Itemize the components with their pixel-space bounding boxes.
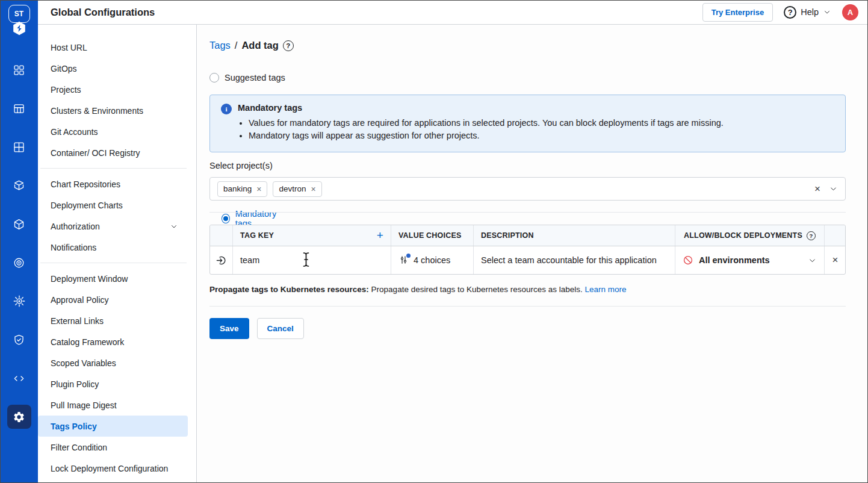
learn-more-link[interactable]: Learn more	[585, 285, 627, 294]
nav-item-pull-image-digest[interactable]: Pull Image Digest	[38, 394, 188, 416]
project-multiselect[interactable]: banking × devtron × ×	[209, 177, 846, 201]
apps-grid-icon[interactable]	[7, 58, 31, 82]
propagate-note: Propagate tags to Kubernetes resources: …	[209, 285, 627, 294]
nav-item-external-links[interactable]: External Links	[38, 310, 188, 331]
cube-icon[interactable]	[7, 212, 31, 236]
radio-suggested-label: Suggested tags	[225, 73, 285, 83]
cancel-button[interactable]: Cancel	[257, 318, 304, 339]
security-shield-icon[interactable]	[7, 328, 31, 352]
cluster-sun-icon[interactable]	[7, 289, 31, 313]
header-tag-key: TAG KEY +	[232, 225, 391, 246]
table-header-row: TAG KEY + VALUE CHOICES DESCRIPTION ALLO…	[210, 225, 845, 246]
try-enterprise-button[interactable]: Try Enterprise	[702, 3, 773, 22]
divider	[209, 212, 846, 213]
bullseye-target-icon[interactable]	[7, 251, 31, 275]
config-nav-panel: Host URL GitOps Projects Clusters & Envi…	[38, 25, 197, 483]
nav-item-gitops[interactable]: GitOps	[38, 58, 188, 79]
info-box-title: Mandatory tags	[238, 103, 302, 113]
divider	[209, 306, 846, 307]
save-button[interactable]: Save	[209, 318, 249, 339]
breadcrumb-tags-link[interactable]: Tags	[209, 40, 231, 51]
global-config-gear-icon[interactable]	[7, 405, 31, 429]
icon-sidebar: ST	[0, 0, 38, 483]
tag-row: team 4 choices Select a team accountable…	[210, 246, 845, 274]
remove-chip-icon[interactable]: ×	[256, 184, 261, 194]
tag-key-input[interactable]: team	[232, 246, 391, 274]
nav-item-notifications[interactable]: Notifications	[38, 237, 188, 258]
chevron-down-icon	[170, 222, 178, 231]
page-title: Global Configurations	[51, 7, 155, 18]
add-tag-row-button[interactable]: +	[377, 229, 383, 242]
nav-divider	[40, 263, 187, 263]
devtron-hexagon-icon	[11, 20, 27, 39]
nav-item-clusters-environments[interactable]: Clusters & Environments	[38, 100, 188, 121]
nav-item-projects[interactable]: Projects	[38, 79, 188, 100]
tags-help-icon[interactable]: ?	[283, 40, 294, 51]
remove-chip-icon[interactable]: ×	[311, 184, 316, 194]
nav-item-approval-policy[interactable]: Approval Policy	[38, 289, 188, 310]
tags-table: TAG KEY + VALUE CHOICES DESCRIPTION ALLO…	[209, 225, 846, 275]
header-description: DESCRIPTION	[473, 225, 675, 246]
nav-item-plugin-policy[interactable]: Plugin Policy	[38, 373, 188, 394]
help-label: Help	[801, 7, 819, 17]
header-remove-spacer	[824, 225, 846, 246]
text-cursor-icon	[301, 251, 311, 270]
info-bullet: Mandatory tags will appear as suggestion…	[249, 131, 835, 140]
info-icon: i	[221, 104, 232, 114]
breadcrumb: Tags / Add tag ?	[209, 40, 294, 51]
block-no-entry-icon	[683, 255, 693, 266]
mandatory-tags-info-box: i Mandatory tags Values for mandatory ta…	[209, 95, 846, 152]
chevron-down-icon	[823, 8, 831, 16]
radio-suggested-tags[interactable]: Suggested tags	[209, 73, 285, 83]
allow-block-help-icon[interactable]: ?	[807, 231, 816, 240]
header-allow-block: ALLOW/BLOCK DEPLOYMENTS ?	[675, 225, 824, 246]
avatar[interactable]: A	[842, 4, 858, 20]
clear-all-icon[interactable]: ×	[814, 183, 820, 195]
nav-item-chart-repositories[interactable]: Chart Repositories	[38, 173, 188, 195]
nav-item-deployment-charts[interactable]: Deployment Charts	[38, 195, 188, 216]
help-menu[interactable]: ? Help	[784, 6, 831, 19]
main-content: Tags / Add tag ? Suggested tags Mandator…	[197, 25, 867, 483]
nav-item-git-accounts[interactable]: Git Accounts	[38, 121, 188, 142]
form-actions: Save Cancel	[209, 318, 304, 339]
breadcrumb-current-page: Add tag	[241, 40, 278, 51]
jobs-table-icon[interactable]	[7, 96, 31, 120]
propagate-enter-icon[interactable]	[210, 246, 232, 274]
nav-item-container-oci-registry[interactable]: Container/ OCI Registry	[38, 142, 188, 163]
allow-block-dropdown[interactable]: All environments	[675, 246, 824, 274]
top-header: Global Configurations Try Enterprise ? H…	[38, 0, 868, 25]
nav-item-scoped-variables[interactable]: Scoped Variables	[38, 352, 188, 373]
nav-item-host-url[interactable]: Host URL	[38, 37, 188, 58]
header-value-choices: VALUE CHOICES	[391, 225, 473, 246]
description-cell[interactable]: Select a team accountable for this appli…	[473, 246, 675, 274]
sliders-icon	[398, 255, 409, 266]
delete-row-icon[interactable]: ×	[824, 246, 846, 274]
header-icon-spacer	[210, 225, 232, 246]
nav-item-filter-condition[interactable]: Filter Condition	[38, 437, 188, 458]
radio-selected-icon	[222, 214, 230, 223]
chevron-down-icon[interactable]	[829, 184, 838, 193]
code-icon[interactable]	[7, 366, 31, 390]
help-question-icon: ?	[784, 6, 796, 19]
project-chip-banking[interactable]: banking ×	[217, 181, 267, 197]
notification-dot	[406, 254, 411, 258]
nav-item-authorization[interactable]: Authorization	[38, 216, 188, 237]
nav-item-tags-policy[interactable]: Tags Policy	[38, 416, 188, 437]
nav-item-catalog-framework[interactable]: Catalog Framework	[38, 331, 188, 352]
select-projects-label: Select project(s)	[209, 161, 273, 170]
nav-item-deployment-window[interactable]: Deployment Window	[38, 268, 188, 289]
package-open-icon[interactable]	[7, 173, 31, 198]
radio-unselected-icon	[209, 73, 219, 83]
nav-divider	[40, 168, 187, 169]
project-chip-devtron[interactable]: devtron ×	[273, 181, 321, 197]
tag-type-radio-group: Suggested tags Mandatory tags	[209, 73, 285, 83]
nav-item-lock-deployment-configuration[interactable]: Lock Deployment Configuration	[38, 458, 188, 479]
app-group-window-icon[interactable]	[7, 135, 31, 159]
value-choices-cell[interactable]: 4 choices	[391, 246, 473, 274]
brand-logo[interactable]: ST	[0, 0, 38, 39]
info-bullet: Values for mandatory tags are required f…	[249, 118, 835, 128]
breadcrumb-separator: /	[235, 40, 238, 51]
chevron-down-icon	[808, 256, 817, 265]
